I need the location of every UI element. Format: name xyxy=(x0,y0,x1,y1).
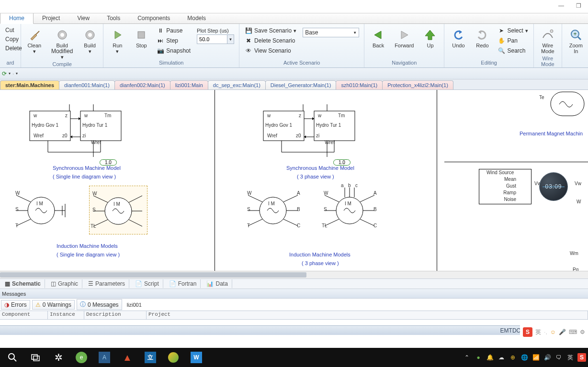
minimize-button[interactable]: — xyxy=(555,1,567,11)
build-modified-button[interactable]: Build Modified ▾ xyxy=(47,26,78,61)
tab-view[interactable]: View xyxy=(68,13,98,23)
induction-machine-4[interactable]: W S TL a b c A B C I M xyxy=(321,186,383,234)
col-project[interactable]: Project xyxy=(147,311,588,319)
tab-home[interactable]: Home xyxy=(0,12,34,24)
task-app-2[interactable]: e xyxy=(71,349,92,366)
induction-machine-1[interactable]: W S T I M xyxy=(12,186,70,234)
induction-machine-2-selected[interactable]: W S TL I M xyxy=(89,186,147,234)
view-scenario-button[interactable]: 👁View Scenario xyxy=(242,46,299,56)
doctab-machines[interactable]: ster:Main.Machines xyxy=(0,80,59,89)
pan-button[interactable]: ✋Pan xyxy=(495,36,530,45)
wire-mode-button[interactable]: WireMode xyxy=(537,26,559,56)
data-icon: 📊 xyxy=(206,280,214,287)
ime-mic-icon[interactable]: 🎤 xyxy=(559,329,566,335)
viewtab-schematic[interactable]: ▦Schematic xyxy=(1,279,45,288)
tab-models[interactable]: Models xyxy=(179,13,215,23)
up-button[interactable]: Up xyxy=(419,26,441,50)
doctab-szh010[interactable]: szh010:Main(1) xyxy=(336,80,383,89)
build-button[interactable]: Build▾ xyxy=(79,26,101,56)
task-app-6[interactable] xyxy=(163,349,184,366)
col-component[interactable]: Component xyxy=(0,311,48,319)
stop-button[interactable]: Stop xyxy=(130,26,152,50)
col-description[interactable]: Description xyxy=(84,311,147,319)
tray-cloud-icon[interactable]: ☁ xyxy=(497,353,506,362)
ime-gear-icon[interactable]: ⚙ xyxy=(580,329,585,335)
task-app-5[interactable]: 立 xyxy=(140,349,161,366)
ime-keyboard-icon[interactable]: ⌨ xyxy=(569,329,577,335)
pause-button[interactable]: ⏸Pause xyxy=(154,26,193,35)
doctab-dianfen001[interactable]: dianfen001:Main(1) xyxy=(59,80,115,89)
svg-line-71 xyxy=(360,195,374,202)
tray-wifi-icon[interactable]: 📶 xyxy=(531,353,540,362)
stop-icon xyxy=(134,27,149,43)
redo-button[interactable]: Redo xyxy=(471,26,493,50)
induction-machine-3[interactable]: W S T A B C I M xyxy=(244,186,306,234)
qat-icon[interactable]: ⟳ xyxy=(2,70,7,77)
viewtab-fortran[interactable]: 📄Fortran xyxy=(165,279,201,288)
tray-sync-icon[interactable]: ● xyxy=(474,353,483,362)
filter-warnings[interactable]: ⚠0 Warnings xyxy=(32,300,75,310)
task-app-1[interactable]: ✲ xyxy=(48,349,69,366)
plot-step-input[interactable] xyxy=(197,35,227,44)
horizontal-scrollbar[interactable] xyxy=(0,271,588,278)
task-view-button[interactable] xyxy=(25,349,46,366)
qat-dropdown[interactable]: ▾ xyxy=(9,71,11,76)
viewtab-script[interactable]: 📄Script xyxy=(131,279,163,288)
forward-button[interactable]: Forward xyxy=(391,26,417,50)
tray-volume-icon[interactable]: 🔊 xyxy=(543,353,552,362)
filter-errors[interactable]: ◑Errors xyxy=(1,300,30,310)
step-button[interactable]: ⏭Step xyxy=(154,36,193,45)
tray-chevron-up-icon[interactable]: ⌃ xyxy=(463,353,471,362)
search-button[interactable]: 🔍Search xyxy=(495,46,530,56)
ime-bar[interactable]: S 英 ·, ☺ 🎤 ⌨ ⚙ xyxy=(520,325,588,339)
clock-widget[interactable]: 03:09 xyxy=(539,172,568,201)
ime-lang[interactable]: 英 xyxy=(535,328,541,336)
group-title: ard xyxy=(3,60,18,67)
tab-tools[interactable]: Tools xyxy=(98,13,129,23)
viewtab-data[interactable]: 📊Data xyxy=(203,279,232,288)
run-button[interactable]: Run▾ xyxy=(106,26,128,56)
tray-bell-icon[interactable]: 🔔 xyxy=(486,353,494,362)
task-app-4[interactable]: ▲ xyxy=(117,349,138,366)
doctab-diesel-generator[interactable]: Diesel_Generator:Main(1) xyxy=(265,80,337,89)
doctab-lizi001[interactable]: lizi001:Main xyxy=(170,80,208,89)
play-icon xyxy=(110,27,125,43)
chevron-down-icon[interactable]: ▼ xyxy=(227,35,234,44)
tray-ime-icon[interactable]: S xyxy=(577,353,586,362)
save-scenario-button[interactable]: 💾Save Scenario ▾ xyxy=(242,26,299,35)
svg-line-56 xyxy=(129,220,142,226)
permanent-magnet-block[interactable] xyxy=(546,90,588,119)
doctab-protection[interactable]: Protection_x4lizi2:Main(1) xyxy=(382,80,453,89)
sync-machine-block-1[interactable] xyxy=(29,104,129,157)
viewtab-parameters[interactable]: ☰Parameters xyxy=(84,279,129,288)
restore-button[interactable]: ❐ xyxy=(573,1,584,11)
undo-button[interactable]: Undo xyxy=(447,26,469,50)
tray-lang[interactable]: 英 xyxy=(566,353,575,362)
viewtab-graphic[interactable]: ◫Graphic xyxy=(47,279,82,288)
clean-button[interactable]: Clean▾ xyxy=(24,26,45,56)
filter-messages[interactable]: ⓘ0 Messages xyxy=(77,299,122,310)
plot-step-combo[interactable]: ▼ xyxy=(197,34,234,44)
tray-globe-icon[interactable]: 🌐 xyxy=(520,353,529,362)
qat-more[interactable]: ▾ xyxy=(16,71,18,76)
tray-add-icon[interactable]: ⊕ xyxy=(509,353,517,362)
tab-components[interactable]: Components xyxy=(129,13,179,23)
sync-machine-block-2[interactable] xyxy=(262,104,363,157)
task-app-3[interactable]: A xyxy=(94,349,115,366)
delete-scenario-button[interactable]: ✖Delete Scenario xyxy=(242,36,299,45)
canvas-area[interactable]: w z Hydro Gov 1 z0 Wref w Tm Hydro Tur 1… xyxy=(0,90,588,278)
col-instance[interactable]: Instance xyxy=(48,311,84,319)
scenario-value: Base xyxy=(305,29,318,36)
zoom-in-button[interactable]: +ZoomIn xyxy=(565,26,587,56)
search-button[interactable] xyxy=(2,349,23,366)
doctab-dc-sep-exc[interactable]: dc_sep_exc:Main(1) xyxy=(208,80,266,89)
back-button[interactable]: Back xyxy=(367,26,389,50)
task-app-7[interactable]: W xyxy=(186,349,207,366)
ime-smile-icon[interactable]: ☺ xyxy=(550,329,556,335)
select-button[interactable]: ➤Select ▾ xyxy=(495,26,530,35)
tab-project[interactable]: Project xyxy=(34,13,68,23)
doctab-dianfen002[interactable]: dianfen002:Main(1) xyxy=(114,80,170,89)
scenario-combo[interactable]: Base ▼ xyxy=(303,28,359,37)
tray-note-icon[interactable]: 🗨 xyxy=(554,353,563,362)
snapshot-button[interactable]: 📷Snapshot xyxy=(154,46,193,56)
